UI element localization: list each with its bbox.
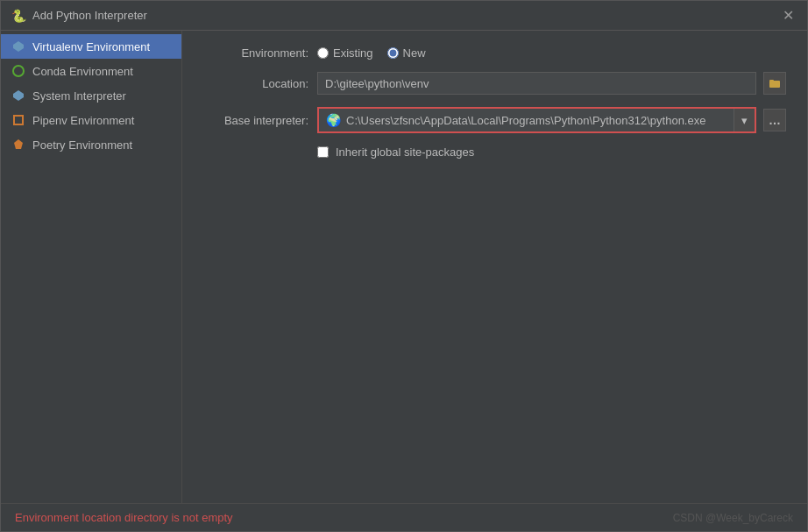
conda-label: Conda Environment xyxy=(32,65,133,78)
svg-marker-0 xyxy=(13,41,24,52)
close-button[interactable]: ✕ xyxy=(779,7,797,25)
new-radio[interactable] xyxy=(387,47,399,59)
svg-rect-6 xyxy=(769,80,774,82)
sidebar: Virtualenv Environment Conda Environment… xyxy=(1,31,182,503)
inherit-checkbox[interactable] xyxy=(317,146,329,158)
main-content: Environment: Existing New Location: xyxy=(182,31,807,503)
base-interpreter-input-row: 🌍 C:\Users\zfsnc\AppData\Local\Programs\… xyxy=(317,107,786,133)
folder-icon xyxy=(769,77,781,89)
error-message: Environment location directory is not em… xyxy=(15,511,233,524)
dialog-body: Virtualenv Environment Conda Environment… xyxy=(1,31,807,503)
location-input-row xyxy=(317,72,786,95)
environment-row: Environment: Existing New xyxy=(203,46,786,60)
sidebar-item-system[interactable]: System Interpreter xyxy=(1,83,181,108)
location-label: Location: xyxy=(203,77,308,90)
existing-radio[interactable] xyxy=(317,47,329,59)
conda-icon xyxy=(11,64,25,78)
system-label: System Interpreter xyxy=(32,89,126,103)
watermark: CSDN @Week_byCareck xyxy=(673,512,793,524)
virtualenv-label: Virtualenv Environment xyxy=(32,40,150,53)
sidebar-item-virtualenv[interactable]: Virtualenv Environment xyxy=(1,34,181,59)
svg-marker-2 xyxy=(13,90,24,101)
pipenv-icon xyxy=(11,113,25,127)
pipenv-label: Pipenv Environment xyxy=(32,114,134,127)
location-browse-button[interactable] xyxy=(763,72,786,95)
sidebar-item-pipenv[interactable]: Pipenv Environment xyxy=(1,108,181,132)
new-label: New xyxy=(403,46,426,60)
dialog: 🐍 Add Python Interpreter ✕ Virtualenv En… xyxy=(0,0,808,532)
existing-label: Existing xyxy=(333,46,373,60)
dialog-title: Add Python Interpreter xyxy=(32,9,147,22)
base-interpreter-dropdown-wrapper[interactable]: 🌍 C:\Users\zfsnc\AppData\Local\Programs\… xyxy=(317,107,756,133)
dropdown-arrow-icon[interactable]: ▾ xyxy=(734,109,755,131)
dialog-icon: 🐍 xyxy=(11,9,25,23)
svg-rect-3 xyxy=(14,116,23,124)
python-icon: 🌍 xyxy=(326,113,341,127)
sidebar-item-conda[interactable]: Conda Environment xyxy=(1,59,181,83)
existing-radio-label[interactable]: Existing xyxy=(317,46,373,60)
base-interpreter-path: C:\Users\zfsnc\AppData\Local\Programs\Py… xyxy=(346,114,705,127)
inherit-checkbox-row: Inherit global site-packages xyxy=(203,145,786,159)
poetry-icon xyxy=(11,138,25,152)
virtualenv-icon xyxy=(11,39,25,53)
location-row: Location: xyxy=(203,72,786,95)
bottom-bar: Environment location directory is not em… xyxy=(1,503,807,531)
location-input[interactable] xyxy=(317,72,756,95)
inherit-label[interactable]: Inherit global site-packages xyxy=(336,145,474,159)
svg-rect-5 xyxy=(769,81,780,88)
environment-radio-group: Existing New xyxy=(317,46,426,60)
svg-marker-4 xyxy=(14,139,23,149)
base-interpreter-content: 🌍 C:\Users\zfsnc\AppData\Local\Programs\… xyxy=(319,109,734,131)
system-icon xyxy=(11,89,25,103)
title-bar-left: 🐍 Add Python Interpreter xyxy=(11,9,147,23)
sidebar-item-poetry[interactable]: Poetry Environment xyxy=(1,132,181,157)
svg-point-1 xyxy=(13,66,24,76)
title-bar: 🐍 Add Python Interpreter ✕ xyxy=(1,1,807,31)
new-radio-label[interactable]: New xyxy=(387,46,426,60)
environment-label: Environment: xyxy=(203,46,308,60)
base-interpreter-label: Base interpreter: xyxy=(203,114,308,127)
more-options-button[interactable]: … xyxy=(763,109,786,131)
poetry-label: Poetry Environment xyxy=(32,138,132,152)
base-interpreter-row: Base interpreter: 🌍 C:\Users\zfsnc\AppDa… xyxy=(203,107,786,133)
